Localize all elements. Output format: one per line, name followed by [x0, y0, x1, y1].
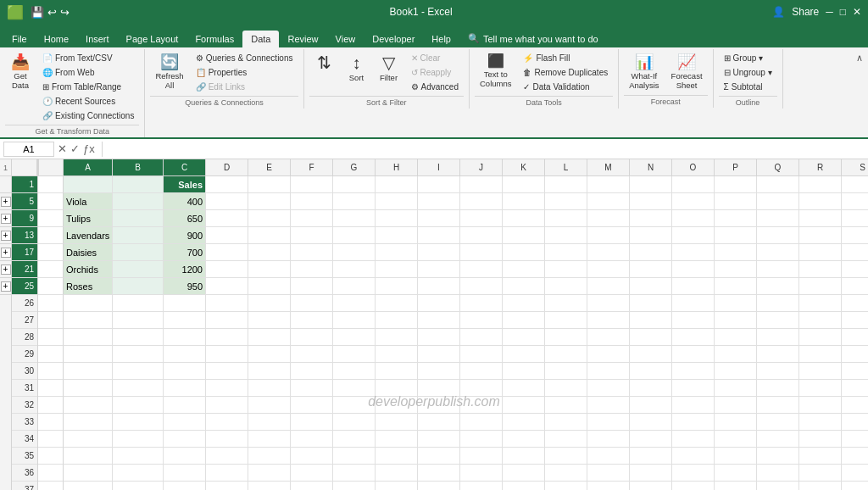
cell-C36[interactable]	[164, 465, 206, 482]
cell-A33[interactable]	[64, 414, 113, 431]
cell-R28[interactable]	[799, 329, 842, 346]
cell-F9[interactable]	[291, 210, 333, 227]
cell-H26[interactable]	[376, 295, 418, 312]
cell-A17[interactable]: Daisies	[64, 244, 113, 261]
cell-P5[interactable]	[715, 193, 757, 210]
cell-F5[interactable]	[291, 193, 333, 210]
cell-O33[interactable]	[672, 414, 715, 431]
cell-L27[interactable]	[545, 312, 587, 329]
cell-L29[interactable]	[545, 346, 587, 363]
cell-I9[interactable]	[418, 210, 460, 227]
cell-H33[interactable]	[376, 414, 418, 431]
row-num-37[interactable]: 37	[12, 482, 37, 490]
tab-home[interactable]: Home	[36, 31, 77, 47]
cell-B32[interactable]	[113, 397, 164, 414]
cell-P31[interactable]	[715, 380, 757, 397]
cell-M29[interactable]	[587, 346, 630, 363]
cell-P21[interactable]	[715, 261, 757, 278]
cell-J32[interactable]	[460, 397, 503, 414]
col-header-f[interactable]: F	[291, 159, 333, 175]
cell-J33[interactable]	[460, 414, 503, 431]
cell-R30[interactable]	[799, 363, 842, 380]
cell-I27[interactable]	[418, 312, 460, 329]
remove-duplicates-button[interactable]: 🗑 Remove Duplicates	[518, 65, 613, 80]
cell-E13[interactable]	[248, 227, 291, 244]
cell-D17[interactable]	[206, 244, 248, 261]
maximize-icon[interactable]: □	[840, 6, 846, 18]
cell-S28[interactable]	[842, 329, 868, 346]
cell-C33[interactable]	[164, 414, 206, 431]
cell-D9[interactable]	[206, 210, 248, 227]
cell-F30[interactable]	[291, 363, 333, 380]
cell-E27[interactable]	[248, 312, 291, 329]
cell-G35[interactable]	[333, 448, 376, 465]
cell-L36[interactable]	[545, 465, 587, 482]
cell-M9[interactable]	[587, 210, 630, 227]
row-num-17[interactable]: 17	[12, 244, 37, 261]
cell-R35[interactable]	[799, 448, 842, 465]
row-num-35[interactable]: 35	[12, 448, 37, 465]
cell-B26[interactable]	[113, 295, 164, 312]
get-data-button[interactable]: 📥 GetData	[5, 51, 36, 93]
tab-formulas[interactable]: Formulas	[186, 31, 242, 47]
cell-N29[interactable]	[630, 346, 672, 363]
subtotal-button[interactable]: Σ Subtotal	[719, 80, 777, 94]
col-header-o[interactable]: O	[672, 159, 715, 175]
cell-B25[interactable]	[113, 278, 164, 295]
cell-A36[interactable]	[64, 465, 113, 482]
cell-R36[interactable]	[799, 465, 842, 482]
outline-plus-21[interactable]: +	[0, 261, 11, 278]
cell-P32[interactable]	[715, 397, 757, 414]
cell-O9[interactable]	[672, 210, 715, 227]
cell-A9[interactable]: Tulips	[64, 210, 113, 227]
cell-P34[interactable]	[715, 431, 757, 448]
cell-N37[interactable]	[630, 482, 672, 490]
cell-G9[interactable]	[333, 210, 376, 227]
cell-L32[interactable]	[545, 397, 587, 414]
cell-F36[interactable]	[291, 465, 333, 482]
cell-B5[interactable]	[113, 193, 164, 210]
col-header-d[interactable]: D	[206, 159, 248, 175]
row-num-13[interactable]: 13	[12, 227, 37, 244]
cell-Q35[interactable]	[757, 448, 799, 465]
cell-R32[interactable]	[799, 397, 842, 414]
cell-J26[interactable]	[460, 295, 503, 312]
cell-M27[interactable]	[587, 312, 630, 329]
cell-I35[interactable]	[418, 448, 460, 465]
cell-S30[interactable]	[842, 363, 868, 380]
cell-G13[interactable]	[333, 227, 376, 244]
cell-I36[interactable]	[418, 465, 460, 482]
outline-plus-17[interactable]: +	[0, 244, 11, 261]
cell-K37[interactable]	[503, 482, 545, 490]
col-header-j[interactable]: J	[460, 159, 503, 175]
cell-R5[interactable]	[799, 193, 842, 210]
cell-K29[interactable]	[503, 346, 545, 363]
cell-N5[interactable]	[630, 193, 672, 210]
cell-N25[interactable]	[630, 278, 672, 295]
cell-P27[interactable]	[715, 312, 757, 329]
cell-P37[interactable]	[715, 482, 757, 490]
cell-S17[interactable]	[842, 244, 868, 261]
cell-B35[interactable]	[113, 448, 164, 465]
cancel-formula-icon[interactable]: ✕	[58, 142, 67, 155]
col-header-h[interactable]: H	[376, 159, 418, 175]
cell-C34[interactable]	[164, 431, 206, 448]
cell-J25[interactable]	[460, 278, 503, 295]
cell-C28[interactable]	[164, 329, 206, 346]
cell-R26[interactable]	[799, 295, 842, 312]
cell-Q13[interactable]	[757, 227, 799, 244]
cell-N26[interactable]	[630, 295, 672, 312]
cell-C25[interactable]: 950	[164, 278, 206, 295]
text-to-columns-button[interactable]: ⬛ Text toColumns	[475, 51, 517, 92]
cell-H35[interactable]	[376, 448, 418, 465]
cell-H31[interactable]	[376, 380, 418, 397]
cell-J17[interactable]	[460, 244, 503, 261]
cell-M25[interactable]	[587, 278, 630, 295]
cell-J5[interactable]	[460, 193, 503, 210]
tab-review[interactable]: Review	[279, 31, 326, 47]
cell-I32[interactable]	[418, 397, 460, 414]
cell-D35[interactable]	[206, 448, 248, 465]
what-if-analysis-button[interactable]: 📊 What-IfAnalysis	[624, 51, 664, 93]
cell-M5[interactable]	[587, 193, 630, 210]
cell-K1[interactable]	[503, 176, 545, 193]
